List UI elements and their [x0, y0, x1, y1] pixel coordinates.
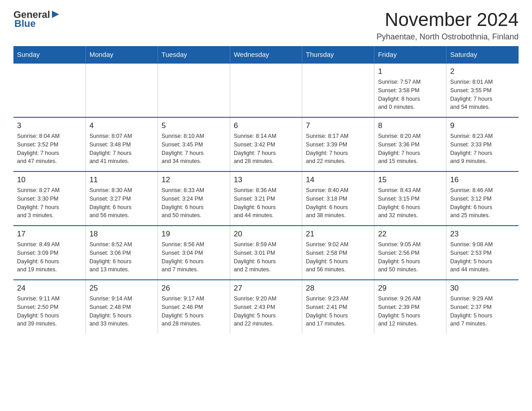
day-number: 2	[450, 67, 515, 76]
calendar-cell	[230, 63, 302, 117]
day-info: Sunrise: 9:08 AM Sunset: 2:53 PM Dayligh…	[450, 240, 515, 274]
calendar-cell: 3Sunrise: 8:04 AM Sunset: 3:52 PM Daylig…	[13, 117, 86, 171]
calendar-cell	[86, 63, 158, 117]
day-number: 6	[234, 121, 298, 130]
calendar-cell: 20Sunrise: 8:59 AM Sunset: 3:01 PM Dayli…	[230, 226, 302, 280]
logo-blue-text: Blue	[14, 18, 36, 30]
day-info: Sunrise: 9:20 AM Sunset: 2:43 PM Dayligh…	[234, 295, 298, 328]
day-number: 7	[306, 121, 370, 130]
calendar-cell: 12Sunrise: 8:33 AM Sunset: 3:24 PM Dayli…	[158, 171, 230, 226]
day-info: Sunrise: 9:14 AM Sunset: 2:48 PM Dayligh…	[90, 295, 154, 328]
calendar-cell: 4Sunrise: 8:07 AM Sunset: 3:48 PM Daylig…	[86, 117, 158, 171]
day-info: Sunrise: 8:33 AM Sunset: 3:24 PM Dayligh…	[162, 186, 226, 220]
day-number: 4	[90, 121, 154, 130]
day-info: Sunrise: 8:04 AM Sunset: 3:52 PM Dayligh…	[17, 132, 82, 166]
calendar-cell: 17Sunrise: 8:49 AM Sunset: 3:09 PM Dayli…	[13, 226, 86, 280]
calendar-cell: 25Sunrise: 9:14 AM Sunset: 2:48 PM Dayli…	[86, 280, 158, 334]
day-number: 22	[378, 230, 442, 239]
calendar-cell: 9Sunrise: 8:23 AM Sunset: 3:33 PM Daylig…	[446, 117, 519, 171]
calendar-cell: 16Sunrise: 8:46 AM Sunset: 3:12 PM Dayli…	[446, 171, 519, 226]
day-number: 8	[378, 121, 442, 130]
day-number: 21	[306, 230, 370, 239]
calendar-cell: 21Sunrise: 9:02 AM Sunset: 2:58 PM Dayli…	[302, 226, 374, 280]
day-info: Sunrise: 9:11 AM Sunset: 2:50 PM Dayligh…	[17, 295, 82, 328]
day-info: Sunrise: 9:17 AM Sunset: 2:46 PM Dayligh…	[162, 295, 226, 328]
day-info: Sunrise: 8:59 AM Sunset: 3:01 PM Dayligh…	[234, 240, 298, 274]
calendar-cell: 24Sunrise: 9:11 AM Sunset: 2:50 PM Dayli…	[13, 280, 86, 334]
calendar-cell: 6Sunrise: 8:14 AM Sunset: 3:42 PM Daylig…	[230, 117, 302, 171]
day-info: Sunrise: 8:52 AM Sunset: 3:06 PM Dayligh…	[90, 240, 154, 274]
location-subtitle: Pyhaentae, North Ostrobothnia, Finland	[377, 32, 519, 42]
month-title: November 2024	[377, 9, 519, 30]
calendar-cell	[158, 63, 230, 117]
day-number: 5	[162, 121, 226, 130]
day-number: 30	[450, 284, 515, 293]
day-info: Sunrise: 8:27 AM Sunset: 3:30 PM Dayligh…	[17, 186, 82, 220]
calendar-cell: 7Sunrise: 8:17 AM Sunset: 3:39 PM Daylig…	[302, 117, 374, 171]
day-number: 20	[234, 230, 298, 239]
day-info: Sunrise: 9:29 AM Sunset: 2:37 PM Dayligh…	[450, 295, 515, 328]
calendar-cell	[302, 63, 374, 117]
day-number: 15	[378, 176, 442, 184]
calendar-header-row: SundayMondayTuesdayWednesdayThursdayFrid…	[13, 46, 519, 63]
calendar-cell: 1Sunrise: 7:57 AM Sunset: 3:58 PM Daylig…	[374, 63, 446, 117]
day-number: 13	[234, 176, 298, 184]
calendar-week-3: 10Sunrise: 8:27 AM Sunset: 3:30 PM Dayli…	[13, 171, 519, 226]
logo-arrow-icon	[51, 10, 60, 19]
calendar-week-5: 24Sunrise: 9:11 AM Sunset: 2:50 PM Dayli…	[13, 280, 519, 334]
svg-marker-0	[52, 11, 59, 18]
calendar-cell: 29Sunrise: 9:26 AM Sunset: 2:39 PM Dayli…	[374, 280, 446, 334]
day-number: 12	[162, 176, 226, 184]
day-info: Sunrise: 8:49 AM Sunset: 3:09 PM Dayligh…	[17, 240, 82, 274]
day-number: 24	[17, 284, 82, 293]
day-info: Sunrise: 9:26 AM Sunset: 2:39 PM Dayligh…	[378, 295, 442, 328]
day-number: 26	[162, 284, 226, 293]
day-info: Sunrise: 8:56 AM Sunset: 3:04 PM Dayligh…	[162, 240, 226, 274]
day-info: Sunrise: 8:10 AM Sunset: 3:45 PM Dayligh…	[162, 132, 226, 166]
day-number: 1	[378, 67, 442, 76]
day-number: 9	[450, 121, 515, 130]
calendar-cell: 13Sunrise: 8:36 AM Sunset: 3:21 PM Dayli…	[230, 171, 302, 226]
day-number: 23	[450, 230, 515, 239]
day-info: Sunrise: 9:02 AM Sunset: 2:58 PM Dayligh…	[306, 240, 370, 274]
title-area: November 2024 Pyhaentae, North Ostroboth…	[377, 9, 519, 42]
weekday-header-sunday: Sunday	[13, 46, 86, 63]
calendar-cell	[13, 63, 86, 117]
weekday-header-thursday: Thursday	[302, 46, 374, 63]
day-info: Sunrise: 8:14 AM Sunset: 3:42 PM Dayligh…	[234, 132, 298, 166]
calendar-cell: 27Sunrise: 9:20 AM Sunset: 2:43 PM Dayli…	[230, 280, 302, 334]
weekday-header-friday: Friday	[374, 46, 446, 63]
day-number: 16	[450, 176, 515, 184]
calendar-week-1: 1Sunrise: 7:57 AM Sunset: 3:58 PM Daylig…	[13, 63, 519, 117]
day-info: Sunrise: 8:20 AM Sunset: 3:36 PM Dayligh…	[378, 132, 442, 166]
day-number: 3	[17, 121, 82, 130]
logo: General Blue	[13, 9, 60, 30]
day-info: Sunrise: 8:01 AM Sunset: 3:55 PM Dayligh…	[450, 78, 515, 111]
calendar-cell: 28Sunrise: 9:23 AM Sunset: 2:41 PM Dayli…	[302, 280, 374, 334]
weekday-header-monday: Monday	[86, 46, 158, 63]
day-info: Sunrise: 8:23 AM Sunset: 3:33 PM Dayligh…	[450, 132, 515, 166]
page-header: General Blue November 2024 Pyhaentae, No…	[13, 9, 519, 42]
day-info: Sunrise: 8:40 AM Sunset: 3:18 PM Dayligh…	[306, 186, 370, 220]
calendar-cell: 19Sunrise: 8:56 AM Sunset: 3:04 PM Dayli…	[158, 226, 230, 280]
weekday-header-saturday: Saturday	[446, 46, 519, 63]
calendar-cell: 5Sunrise: 8:10 AM Sunset: 3:45 PM Daylig…	[158, 117, 230, 171]
calendar-cell: 18Sunrise: 8:52 AM Sunset: 3:06 PM Dayli…	[86, 226, 158, 280]
day-number: 25	[90, 284, 154, 293]
day-number: 18	[90, 230, 154, 239]
calendar-cell: 22Sunrise: 9:05 AM Sunset: 2:56 PM Dayli…	[374, 226, 446, 280]
calendar-cell: 15Sunrise: 8:43 AM Sunset: 3:15 PM Dayli…	[374, 171, 446, 226]
weekday-header-tuesday: Tuesday	[158, 46, 230, 63]
day-info: Sunrise: 8:07 AM Sunset: 3:48 PM Dayligh…	[90, 132, 154, 166]
day-number: 11	[90, 176, 154, 184]
calendar-week-2: 3Sunrise: 8:04 AM Sunset: 3:52 PM Daylig…	[13, 117, 519, 171]
day-info: Sunrise: 9:23 AM Sunset: 2:41 PM Dayligh…	[306, 295, 370, 328]
calendar-week-4: 17Sunrise: 8:49 AM Sunset: 3:09 PM Dayli…	[13, 226, 519, 280]
calendar-cell: 14Sunrise: 8:40 AM Sunset: 3:18 PM Dayli…	[302, 171, 374, 226]
calendar-cell: 8Sunrise: 8:20 AM Sunset: 3:36 PM Daylig…	[374, 117, 446, 171]
day-number: 29	[378, 284, 442, 293]
calendar-cell: 23Sunrise: 9:08 AM Sunset: 2:53 PM Dayli…	[446, 226, 519, 280]
day-number: 28	[306, 284, 370, 293]
calendar-table: SundayMondayTuesdayWednesdayThursdayFrid…	[13, 46, 519, 334]
calendar-cell: 10Sunrise: 8:27 AM Sunset: 3:30 PM Dayli…	[13, 171, 86, 226]
